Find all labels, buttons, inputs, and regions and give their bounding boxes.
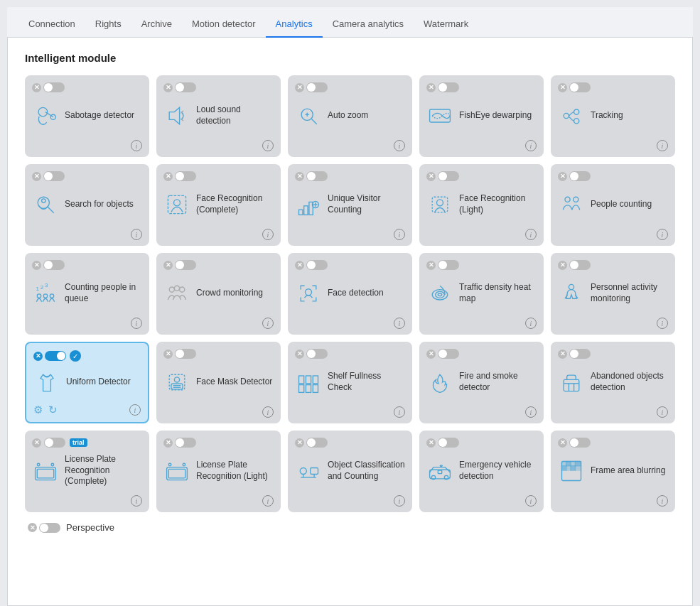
- toggle-emergency-vehicle[interactable]: ✕: [426, 438, 459, 448]
- card-counting-queue: ✕ 1 2 3: [25, 253, 149, 335]
- nav-archive[interactable]: Archive: [131, 13, 182, 38]
- toggle-face-recognition-complete[interactable]: ✕: [163, 171, 196, 181]
- toggle-track[interactable]: [569, 438, 591, 448]
- toggle-auto-zoom[interactable]: ✕: [295, 82, 328, 92]
- toggle-sabotage[interactable]: ✕: [32, 82, 65, 92]
- toggle-track[interactable]: [306, 82, 328, 92]
- toggle-track[interactable]: [438, 349, 459, 359]
- toggle-track[interactable]: [569, 260, 591, 270]
- toggle-track[interactable]: [175, 438, 196, 448]
- toggle-track[interactable]: [43, 171, 65, 181]
- info-icon-face-recognition-light[interactable]: i: [525, 229, 537, 240]
- info-icon-abandoned-objects[interactable]: i: [657, 406, 668, 418]
- face-recognition-light-icon: [426, 191, 453, 218]
- info-icon-license-plate-light[interactable]: i: [262, 495, 274, 507]
- toggle-crowd-monitoring[interactable]: ✕: [163, 260, 196, 270]
- toggle-track[interactable]: [43, 82, 65, 92]
- toggle-face-detection[interactable]: ✕: [295, 260, 328, 270]
- info-icon-fire-smoke[interactable]: i: [525, 406, 537, 418]
- info-icon-loud-sound[interactable]: i: [262, 140, 274, 151]
- toggle-shelf-fullness[interactable]: ✕: [295, 349, 328, 359]
- info-icon-license-plate-complete[interactable]: i: [131, 495, 142, 507]
- toggle-counting-queue[interactable]: ✕: [32, 260, 65, 270]
- toggle-track[interactable]: [438, 438, 459, 448]
- info-icon-crowd-monitoring[interactable]: i: [262, 318, 274, 329]
- toggle-track[interactable]: [569, 171, 591, 181]
- card-footer: i: [558, 229, 668, 240]
- toggle-track[interactable]: [306, 171, 328, 181]
- toggle-track[interactable]: [306, 349, 328, 359]
- toggle-track[interactable]: [44, 438, 65, 448]
- toggle-personnel-activity[interactable]: ✕: [558, 260, 591, 270]
- toggle-track-perspective[interactable]: [39, 523, 60, 533]
- nav-rights[interactable]: Rights: [85, 13, 131, 38]
- info-icon-counting-queue[interactable]: i: [131, 318, 142, 329]
- toggle-track[interactable]: [175, 260, 196, 270]
- toggle-track[interactable]: [306, 260, 328, 270]
- toggle-people-counting[interactable]: ✕: [558, 171, 591, 181]
- toggle-uniform-detector[interactable]: ✕ ✓: [33, 350, 81, 362]
- toggle-track[interactable]: [175, 171, 196, 181]
- card-footer: i: [558, 318, 668, 329]
- toggle-traffic-density[interactable]: ✕: [426, 260, 459, 270]
- nav-camera-analytics[interactable]: Camera analytics: [323, 13, 414, 38]
- nav-connection[interactable]: Connection: [18, 13, 85, 38]
- toggle-x-icon: ✕: [426, 350, 436, 359]
- toggle-license-plate-light[interactable]: ✕: [163, 438, 196, 448]
- toggle-fire-smoke[interactable]: ✕: [426, 349, 459, 359]
- toggle-search-objects[interactable]: ✕: [32, 171, 65, 181]
- info-icon-people-counting[interactable]: i: [657, 229, 668, 240]
- svg-rect-80: [562, 461, 566, 465]
- toggle-track[interactable]: [175, 349, 196, 359]
- info-icon-tracking[interactable]: i: [657, 140, 668, 151]
- toggle-track[interactable]: [438, 82, 459, 92]
- info-icon-auto-zoom[interactable]: i: [394, 140, 405, 151]
- card-top: ✕ ✓: [33, 350, 141, 362]
- toggle-object-classification[interactable]: ✕: [295, 438, 328, 448]
- toggle-perspective[interactable]: ✕: [28, 523, 60, 533]
- toggle-frame-blurring[interactable]: ✕: [558, 438, 591, 448]
- search-objects-label: Search for objects: [65, 199, 134, 210]
- info-icon-frame-blurring[interactable]: i: [657, 495, 668, 507]
- toggle-track[interactable]: [306, 438, 328, 448]
- toggle-track[interactable]: [438, 171, 459, 181]
- toggle-fisheye[interactable]: ✕: [426, 82, 459, 92]
- info-icon-emergency-vehicle[interactable]: i: [525, 495, 537, 507]
- nav-motion-detector[interactable]: Motion detector: [182, 13, 266, 38]
- toggle-track[interactable]: [45, 351, 66, 361]
- info-icon-sabotage[interactable]: i: [131, 140, 142, 151]
- info-icon-face-detection[interactable]: i: [394, 318, 405, 329]
- card-top: ✕: [32, 260, 142, 270]
- info-icon-unique-visitor[interactable]: i: [394, 229, 405, 240]
- info-icon-personnel-activity[interactable]: i: [657, 318, 668, 329]
- toggle-track[interactable]: [438, 260, 459, 270]
- svg-point-67: [300, 467, 306, 474]
- toggle-unique-visitor[interactable]: ✕: [295, 171, 328, 181]
- info-icon-fisheye[interactable]: i: [525, 140, 537, 151]
- nav-watermark[interactable]: Watermark: [414, 13, 478, 38]
- toggle-tracking[interactable]: ✕: [558, 82, 591, 92]
- info-icon-search-objects[interactable]: i: [131, 229, 142, 240]
- toggle-x-icon: ✕: [558, 83, 567, 92]
- info-icon-face-recognition-complete[interactable]: i: [262, 229, 274, 240]
- toggle-track[interactable]: [175, 82, 196, 92]
- info-icon-traffic-density[interactable]: i: [525, 318, 537, 329]
- svg-point-17: [174, 199, 181, 205]
- toggle-track[interactable]: [43, 260, 65, 270]
- info-icon-uniform-detector[interactable]: i: [129, 404, 141, 416]
- auto-zoom-label: Auto zoom: [328, 110, 368, 121]
- info-icon-shelf-fullness[interactable]: i: [394, 406, 405, 418]
- nav-analytics[interactable]: Analytics: [266, 13, 323, 38]
- toggle-license-plate-complete[interactable]: ✕ trial: [32, 438, 87, 448]
- toggle-track[interactable]: [569, 82, 591, 92]
- toggle-loud-sound[interactable]: ✕: [163, 82, 196, 92]
- info-icon-object-classification[interactable]: i: [394, 495, 405, 507]
- toggle-track[interactable]: [569, 349, 591, 359]
- toggle-face-mask[interactable]: ✕: [163, 349, 196, 359]
- toggle-abandoned-objects[interactable]: ✕: [558, 349, 591, 359]
- toggle-face-recognition-light[interactable]: ✕: [426, 171, 459, 181]
- svg-rect-53: [306, 384, 311, 392]
- info-icon-face-mask[interactable]: i: [262, 406, 274, 418]
- refresh-icon[interactable]: ↻: [48, 404, 58, 416]
- settings-icon[interactable]: ⚙: [33, 404, 43, 416]
